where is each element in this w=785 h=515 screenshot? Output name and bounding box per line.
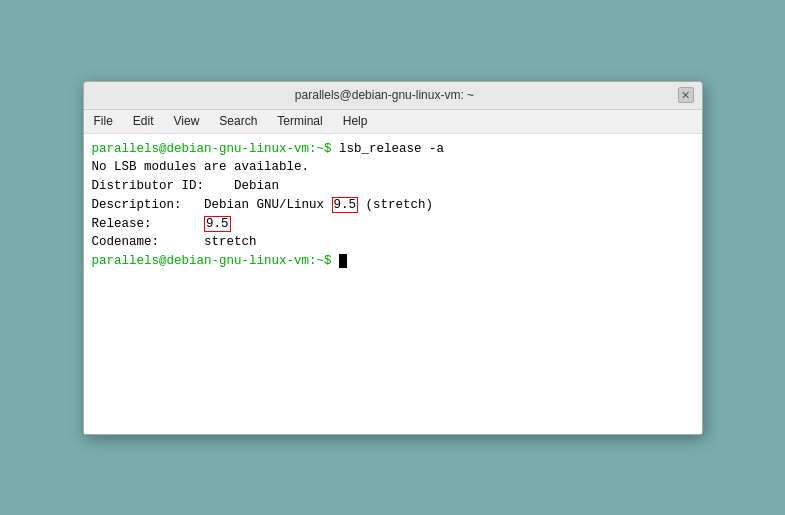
version-highlight-description: 9.5 — [332, 197, 359, 213]
terminal-output-4: Release: 9.5 — [92, 215, 694, 234]
terminal-output-1: No LSB modules are available. — [92, 158, 694, 177]
command-1: lsb_release -a — [339, 142, 444, 156]
terminal-output-5: Codename: stretch — [92, 233, 694, 252]
terminal-output-3: Description: Debian GNU/Linux 9.5 (stret… — [92, 196, 694, 215]
terminal-window: parallels@debian-gnu-linux-vm: ~ ✕ File … — [83, 81, 703, 435]
terminal-line-1: parallels@debian-gnu-linux-vm:~$ lsb_rel… — [92, 140, 694, 159]
prompt-1: parallels@debian-gnu-linux-vm:~$ — [92, 142, 340, 156]
version-highlight-release: 9.5 — [204, 216, 231, 232]
terminal-body[interactable]: parallels@debian-gnu-linux-vm:~$ lsb_rel… — [84, 134, 702, 434]
menu-edit[interactable]: Edit — [129, 113, 158, 129]
terminal-output-2: Distributor ID: Debian — [92, 177, 694, 196]
menu-search[interactable]: Search — [215, 113, 261, 129]
cursor — [339, 254, 347, 268]
menu-help[interactable]: Help — [339, 113, 372, 129]
titlebar: parallels@debian-gnu-linux-vm: ~ ✕ — [84, 82, 702, 110]
prompt-2: parallels@debian-gnu-linux-vm:~$ — [92, 254, 340, 268]
terminal-line-2: parallels@debian-gnu-linux-vm:~$ — [92, 252, 694, 271]
menu-terminal[interactable]: Terminal — [273, 113, 326, 129]
close-button[interactable]: ✕ — [678, 87, 694, 103]
menubar: File Edit View Search Terminal Help — [84, 110, 702, 134]
menu-file[interactable]: File — [90, 113, 117, 129]
menu-view[interactable]: View — [170, 113, 204, 129]
window-title: parallels@debian-gnu-linux-vm: ~ — [92, 88, 678, 102]
